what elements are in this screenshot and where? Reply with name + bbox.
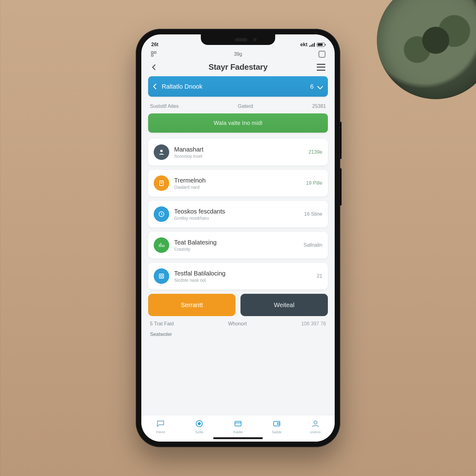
title-bar: Stayr Fadestary	[141, 60, 335, 76]
tab-item[interactable]: Sclils	[185, 418, 213, 434]
svg-rect-11	[277, 423, 280, 425]
item-title: Trermelnoh	[174, 177, 206, 184]
section-label: Seatwoler	[148, 330, 328, 337]
item-icon	[154, 237, 169, 253]
chat-icon	[155, 418, 166, 429]
item-sub: Sicdste nask ool	[174, 278, 226, 283]
col-a: Suststtf Aites	[150, 104, 178, 109]
item-title: Manashart	[174, 146, 204, 153]
col-c: 25381	[312, 104, 326, 109]
tab-label: Faslte	[233, 430, 243, 434]
screen: 26t ekt 39g Stayr Fadestary	[141, 34, 335, 442]
subbar-right-icon[interactable]	[319, 51, 325, 58]
left-action-button[interactable]: Serrantt	[148, 294, 236, 316]
svg-rect-10	[274, 421, 280, 426]
svg-rect-0	[152, 52, 153, 54]
profile-icon	[310, 418, 321, 429]
item-meta: 16 Stine	[304, 211, 322, 217]
tab-label: Sclils	[195, 430, 203, 434]
tab-label: Fenre	[156, 430, 165, 434]
home-indicator[interactable]	[213, 437, 263, 439]
tab-label: onerno	[310, 430, 320, 434]
tab-item[interactable]: Sadde	[263, 418, 291, 434]
item-sub: Crastoty	[174, 247, 217, 252]
item-sub: Oaalard nard	[174, 185, 206, 190]
column-headers: Suststtf Aites Gaterd 25381	[148, 97, 328, 113]
list-item[interactable]: Teoskos fescdants Grotloy nosdrharu 16 S…	[148, 201, 328, 227]
item-title: Teat Balatesing	[174, 239, 217, 246]
status-time: 26t	[151, 42, 158, 47]
phone-frame: 26t ekt 39g Stayr Fadestary	[136, 29, 340, 447]
item-icon	[154, 175, 169, 191]
signal-icon	[309, 43, 315, 47]
button-row: Serrantt Weiteal	[148, 294, 328, 316]
wallet-icon	[271, 418, 282, 429]
primary-action-button[interactable]: Wala valte Ino midl	[148, 113, 328, 133]
foot-c: 108 397 76	[301, 321, 326, 327]
right-action-button[interactable]: Weiteal	[240, 294, 328, 316]
item-sub: Grotloy nosdrharu	[174, 216, 225, 221]
menu-button[interactable]	[317, 64, 325, 71]
item-sub: Sconnioy insel	[174, 154, 204, 159]
item-icon	[154, 206, 169, 222]
selector-label: Raltatlo Dnook	[162, 83, 202, 90]
back-button[interactable]	[151, 63, 159, 72]
primary-action-label: Wala valte Ino midl	[214, 120, 262, 126]
chevron-down-icon	[317, 83, 323, 90]
foot-b: Whonort	[228, 321, 247, 327]
item-icon	[154, 144, 169, 160]
target-icon	[194, 418, 205, 429]
subbar-center: 39g	[234, 51, 242, 57]
selector-pill[interactable]: Raltatlo Dnook 6	[148, 76, 328, 97]
svg-rect-1	[154, 52, 156, 54]
svg-rect-6	[159, 274, 164, 278]
list-item[interactable]: Teat Balatesing Crastoty Sallnalin	[148, 232, 328, 258]
left-action-label: Serrantt	[181, 302, 203, 309]
battery-icon	[317, 43, 325, 47]
item-meta: Sallnalin	[304, 242, 322, 248]
item-meta: 2139e	[309, 149, 323, 155]
list-item[interactable]: Trermelnoh Oaalard nard 19 Pille	[148, 170, 328, 196]
item-meta: 21	[317, 273, 322, 279]
tab-item[interactable]: onerno	[302, 418, 329, 434]
svg-point-3	[160, 150, 163, 152]
item-icon	[154, 268, 169, 284]
col-b: Gaterd	[238, 104, 253, 109]
notch	[201, 34, 275, 45]
list-item[interactable]: Testfal Batilalocing Sicdste nask ool 21	[148, 263, 328, 289]
svg-rect-9	[235, 421, 241, 426]
right-action-label: Weiteal	[274, 302, 294, 309]
sub-bar: 39g	[141, 48, 335, 60]
svg-rect-2	[152, 55, 153, 56]
svg-point-12	[314, 421, 317, 424]
chevron-left-icon	[153, 83, 159, 90]
card-icon	[233, 418, 243, 429]
item-title: Testfal Batilalocing	[174, 270, 226, 277]
footer-row: 5 Trat Faid Whonort 108 397 76	[148, 321, 328, 330]
tab-item[interactable]: Fenre	[147, 418, 174, 434]
content: Raltatlo Dnook 6 Suststtf Aites Gaterd 2…	[141, 76, 335, 415]
status-carrier: ekt	[300, 42, 307, 47]
foot-a: 5 Trat Faid	[150, 321, 174, 327]
tab-label: Sadde	[272, 430, 282, 434]
decorative-plant	[377, 0, 476, 99]
selector-count: 6	[310, 83, 314, 90]
svg-point-8	[198, 422, 201, 425]
item-title: Teoskos fescdants	[174, 208, 225, 215]
page-title: Stayr Fadestary	[209, 62, 268, 72]
tab-item[interactable]: Faslte	[224, 418, 252, 434]
list-item[interactable]: Manashart Sconnioy insel 2139e	[148, 139, 328, 165]
subbar-left-icon[interactable]	[151, 51, 157, 58]
item-meta: 19 Pille	[306, 180, 322, 186]
